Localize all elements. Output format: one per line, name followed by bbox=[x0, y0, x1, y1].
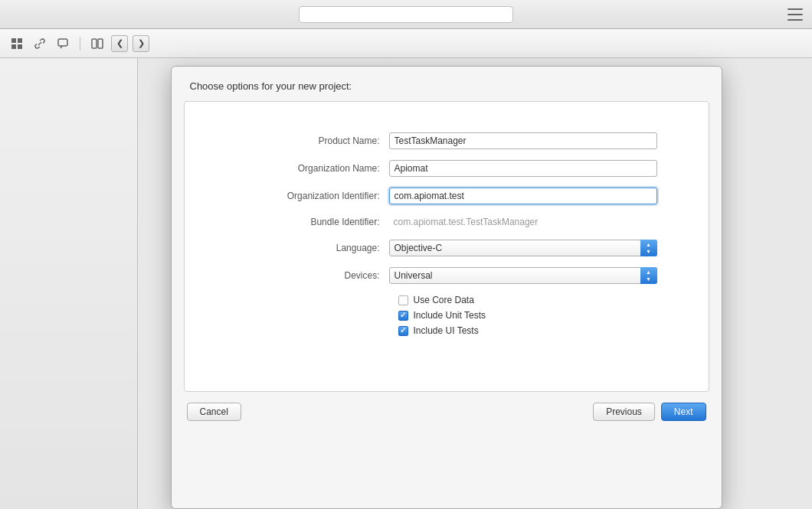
devices-select[interactable]: Universal iPhone iPad bbox=[389, 267, 657, 284]
use-core-data-checkbox[interactable] bbox=[398, 295, 408, 305]
include-ui-tests-row: Include UI Tests bbox=[398, 325, 657, 336]
devices-label: Devices: bbox=[236, 270, 389, 281]
right-panel bbox=[755, 58, 812, 509]
use-core-data-row: Use Core Data bbox=[398, 295, 657, 305]
org-identifier-label: Organization Identifier: bbox=[236, 191, 389, 201]
link-icon[interactable] bbox=[31, 34, 49, 53]
org-name-input[interactable] bbox=[389, 160, 657, 177]
devices-select-wrapper: Universal iPhone iPad bbox=[389, 267, 657, 284]
org-identifier-row: Organization Identifier: bbox=[236, 188, 657, 204]
split-view-icon[interactable] bbox=[88, 34, 106, 53]
devices-row: Devices: Universal iPhone iPad bbox=[236, 267, 657, 284]
dialog-area: Choose options for your new project: Pro… bbox=[138, 58, 755, 509]
previous-button[interactable]: Previous bbox=[593, 403, 655, 421]
org-name-row: Organization Name: bbox=[236, 160, 657, 177]
new-project-dialog: Choose options for your new project: Pro… bbox=[171, 66, 722, 509]
bundle-identifier-value: com.apiomat.test.TestTaskManager bbox=[389, 215, 657, 229]
include-unit-tests-label: Include Unit Tests bbox=[414, 310, 486, 321]
bundle-identifier-row: Bundle Identifier: com.apiomat.test.Test… bbox=[236, 215, 657, 229]
include-ui-tests-checkbox[interactable] bbox=[398, 326, 408, 336]
svg-rect-3 bbox=[18, 44, 22, 49]
language-label: Language: bbox=[236, 243, 389, 253]
svg-rect-2 bbox=[11, 44, 16, 49]
svg-rect-4 bbox=[58, 39, 67, 46]
svg-rect-5 bbox=[92, 39, 97, 48]
sidebar bbox=[0, 58, 138, 509]
cancel-button[interactable]: Cancel bbox=[187, 403, 241, 421]
navigation-buttons: Previous Next bbox=[593, 403, 706, 421]
language-select[interactable]: Objective-C Swift bbox=[389, 240, 657, 256]
comment-icon[interactable] bbox=[54, 34, 72, 53]
main-content: Choose options for your new project: Pro… bbox=[0, 58, 812, 509]
toolbar-separator bbox=[80, 37, 80, 51]
include-ui-tests-label: Include UI Tests bbox=[414, 325, 479, 336]
org-identifier-input[interactable] bbox=[389, 188, 657, 204]
language-row: Language: Objective-C Swift bbox=[236, 240, 657, 256]
include-unit-tests-checkbox[interactable] bbox=[398, 311, 408, 321]
use-core-data-label: Use Core Data bbox=[414, 295, 474, 305]
dialog-title: Choose options for your new project: bbox=[190, 80, 352, 92]
top-bar bbox=[0, 0, 812, 29]
language-select-wrapper: Objective-C Swift bbox=[389, 240, 657, 256]
product-name-input[interactable] bbox=[389, 132, 657, 149]
dialog-footer: Cancel Previous Next bbox=[172, 392, 722, 432]
dialog-content: Product Name: Organization Name: Organiz… bbox=[184, 101, 709, 392]
toolbar: ❮ ❯ bbox=[0, 29, 812, 58]
next-button[interactable]: Next bbox=[661, 403, 706, 421]
nav-back-button[interactable]: ❮ bbox=[111, 35, 128, 52]
bundle-identifier-label: Bundle Identifier: bbox=[236, 217, 389, 227]
include-unit-tests-row: Include Unit Tests bbox=[398, 310, 657, 321]
svg-rect-6 bbox=[98, 39, 103, 48]
dialog-header: Choose options for your new project: bbox=[172, 67, 722, 101]
svg-rect-0 bbox=[11, 38, 16, 43]
product-name-row: Product Name: bbox=[236, 132, 657, 149]
org-name-label: Organization Name: bbox=[236, 163, 389, 174]
checkboxes-area: Use Core Data Include Unit Tests Include… bbox=[398, 295, 657, 336]
product-name-label: Product Name: bbox=[236, 135, 389, 146]
top-bar-search-input[interactable] bbox=[299, 6, 513, 23]
grid-icon[interactable] bbox=[8, 34, 26, 53]
menu-icon[interactable] bbox=[787, 8, 803, 21]
nav-forward-button[interactable]: ❯ bbox=[133, 35, 149, 52]
form-area: Product Name: Organization Name: Organiz… bbox=[236, 132, 657, 336]
svg-rect-1 bbox=[18, 38, 22, 43]
